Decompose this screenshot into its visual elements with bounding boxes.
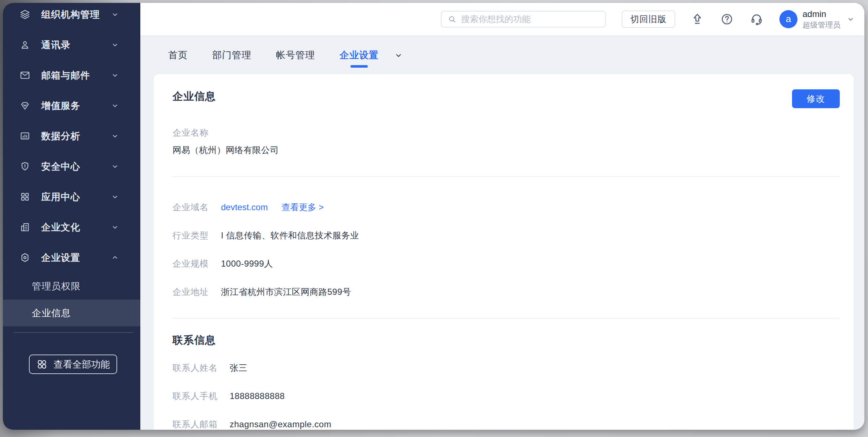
chevron-down-icon: [111, 132, 119, 140]
enterprise-info-title: 企业信息: [173, 89, 216, 104]
enterprise-address-label: 企业地址: [173, 286, 221, 298]
sidebar: 组织机构管理 通讯录 邮箱与邮件: [3, 3, 140, 430]
sidebar-item-data-analysis[interactable]: 数据分析: [3, 121, 140, 151]
content-area: 企业信息 修改 企业名称 网易（杭州）网络有限公司 企业域名 devtest.c…: [140, 74, 864, 430]
sidebar-item-enterprise-settings[interactable]: 企业设置: [3, 242, 140, 273]
enterprise-domain-label: 企业域名: [173, 201, 221, 213]
chevron-down-icon: [111, 10, 119, 19]
field-enterprise-domain: 企业域名 devtest.com 查看更多 >: [173, 201, 840, 213]
sidebar-item-culture[interactable]: 企业文化: [3, 212, 140, 242]
topbar: 切回旧版 a admin 超级管理员: [140, 3, 864, 36]
sidebar-item-value-added[interactable]: 增值服务: [3, 90, 140, 121]
view-more-link[interactable]: 查看更多 >: [281, 201, 324, 213]
sidebar-item-label: 组织机构管理: [41, 8, 100, 21]
view-all-features-label: 查看全部功能: [54, 358, 110, 371]
sidebar-item-label: 通讯录: [41, 39, 71, 51]
chart-icon: [20, 131, 30, 141]
clover-grid-icon: [36, 358, 48, 370]
sidebar-item-app-center[interactable]: 应用中心: [3, 182, 140, 212]
chevron-down-icon: [111, 71, 119, 80]
field-industry-type: 行业类型 I 信息传输、软件和信息技术服务业: [173, 230, 840, 241]
contact-phone-label: 联系人手机: [173, 390, 230, 402]
contacts-icon: [20, 39, 30, 50]
divider: [173, 176, 840, 177]
user-name: admin: [803, 9, 841, 19]
sidebar-item-label: 数据分析: [41, 130, 80, 143]
support-button[interactable]: [749, 12, 764, 27]
enterprise-info-header: 企业信息 修改: [173, 89, 840, 108]
sidebar-subitem-enterprise-info[interactable]: 企业信息: [3, 300, 140, 326]
field-enterprise-address: 企业地址 浙江省杭州市滨江区网商路599号: [173, 286, 840, 298]
mail-icon: [20, 70, 30, 81]
chevron-down-icon: [111, 223, 119, 232]
gear-icon: [20, 252, 30, 263]
building-icon: [20, 222, 30, 233]
contact-email-value: zhagnsan@example.com: [230, 419, 331, 429]
sidebar-item-label: 企业文化: [41, 221, 80, 234]
upgrade-arrow-icon: [690, 12, 704, 26]
enterprise-scale-label: 企业规模: [173, 258, 221, 270]
sidebar-item-label: 企业设置: [41, 251, 80, 264]
sidebar-item-label: 应用中心: [41, 191, 80, 203]
enterprise-address-value: 浙江省杭州市滨江区网商路599号: [221, 286, 351, 298]
search-icon: [447, 14, 457, 24]
tab-home[interactable]: 首页: [168, 36, 188, 74]
sidebar-item-org-management[interactable]: 组织机构管理: [3, 3, 140, 30]
layers-icon: [20, 9, 30, 20]
enterprise-domain-link[interactable]: devtest.com: [221, 202, 268, 212]
enterprise-info-card: 企业信息 修改 企业名称 网易（杭州）网络有限公司 企业域名 devtest.c…: [154, 74, 854, 430]
sidebar-item-security-center[interactable]: 安全中心: [3, 151, 140, 182]
search-input[interactable]: [461, 14, 599, 24]
sidebar-menu: 组织机构管理 通讯录 邮箱与邮件: [3, 3, 140, 326]
app-window: 组织机构管理 通讯录 邮箱与邮件: [3, 3, 864, 430]
divider: [173, 318, 840, 319]
sidebar-subitem-label: 管理员权限: [32, 280, 81, 293]
enterprise-name-value: 网易（杭州）网络有限公司: [173, 144, 840, 156]
field-contact-phone: 联系人手机 18888888888: [173, 390, 840, 402]
sidebar-item-mail[interactable]: 邮箱与邮件: [3, 60, 140, 90]
enterprise-name-label: 企业名称: [173, 127, 840, 139]
field-enterprise-name: 企业名称 网易（杭州）网络有限公司: [173, 127, 840, 156]
field-contact-email: 联系人邮箱 zhagnsan@example.com: [173, 419, 840, 430]
sidebar-item-label: 增值服务: [41, 99, 80, 112]
tabs-chevron-down-icon[interactable]: [394, 51, 403, 60]
edit-button[interactable]: 修改: [792, 89, 840, 108]
grid-icon: [20, 191, 30, 202]
search-input-wrapper[interactable]: [441, 11, 606, 27]
account-names: admin 超级管理员: [803, 9, 841, 29]
tab-account-management[interactable]: 帐号管理: [276, 36, 315, 74]
industry-type-value: I 信息传输、软件和信息技术服务业: [221, 230, 359, 241]
tab-department-management[interactable]: 部门管理: [212, 36, 251, 74]
contact-name-label: 联系人姓名: [173, 362, 230, 374]
tab-bar: 首页 部门管理 帐号管理 企业设置: [140, 36, 864, 74]
sidebar-item-label: 安全中心: [41, 160, 80, 173]
industry-type-label: 行业类型: [173, 230, 221, 241]
switch-old-version-button[interactable]: 切回旧版: [622, 10, 675, 28]
chevron-down-icon: [111, 192, 119, 201]
account-menu[interactable]: a admin 超级管理员: [779, 9, 855, 29]
sidebar-subitem-label: 企业信息: [32, 307, 71, 319]
chevron-up-icon: [111, 253, 119, 262]
contact-phone-value: 18888888888: [230, 391, 285, 401]
question-circle-icon: [720, 12, 734, 26]
chevron-down-icon: [111, 41, 119, 49]
tab-enterprise-settings[interactable]: 企业设置: [340, 36, 379, 74]
chevron-down-icon: [846, 15, 855, 24]
sidebar-subitem-admin-permissions[interactable]: 管理员权限: [3, 273, 140, 300]
chevron-down-icon: [111, 101, 119, 110]
shield-icon: [20, 161, 30, 172]
contact-info-title: 联系信息: [173, 333, 840, 348]
sidebar-item-contacts[interactable]: 通讯录: [3, 30, 140, 60]
headset-icon: [750, 12, 763, 26]
enterprise-scale-value: 1000-9999人: [221, 258, 273, 270]
main-area: 切回旧版 a admin 超级管理员 首页: [140, 3, 864, 430]
gem-icon: [20, 100, 30, 111]
upgrade-button[interactable]: [690, 12, 705, 27]
help-button[interactable]: [719, 12, 735, 27]
user-role: 超级管理员: [803, 21, 841, 29]
sidebar-divider: [14, 332, 133, 333]
sidebar-item-label: 邮箱与邮件: [41, 69, 90, 82]
field-enterprise-scale: 企业规模 1000-9999人: [173, 258, 840, 270]
view-all-features-button[interactable]: 查看全部功能: [29, 355, 117, 374]
contact-email-label: 联系人邮箱: [173, 419, 230, 430]
